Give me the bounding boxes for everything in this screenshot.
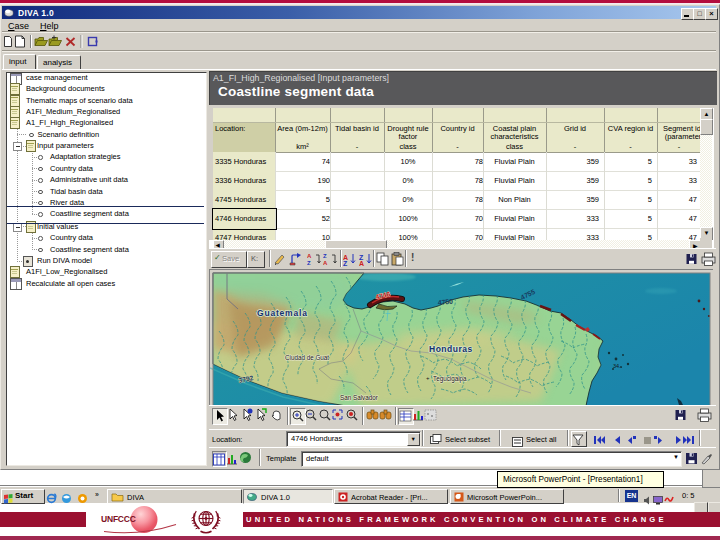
svg-text:4750: 4750 — [437, 298, 453, 306]
svg-text:UNFCCC: UNFCCC — [101, 514, 136, 524]
svg-text:Z: Z — [343, 260, 348, 266]
svg-text:Z: Z — [307, 260, 311, 266]
svg-text:Tegucigalpa: Tegucigalpa — [433, 375, 467, 383]
svg-text:A: A — [359, 260, 364, 266]
svg-text:34..: 34.. — [613, 363, 623, 369]
svg-text:A: A — [323, 260, 328, 266]
svg-text:Ciudad de Guat: Ciudad de Guat — [285, 354, 329, 361]
svg-text:Guatemala: Guatemala — [257, 308, 308, 318]
svg-text:+: + — [426, 375, 430, 381]
svg-text:A: A — [307, 253, 312, 259]
svg-text:Z: Z — [323, 253, 327, 259]
svg-text:San Salvador: San Salvador — [340, 394, 378, 401]
svg-text:Honduras: Honduras — [429, 344, 473, 354]
